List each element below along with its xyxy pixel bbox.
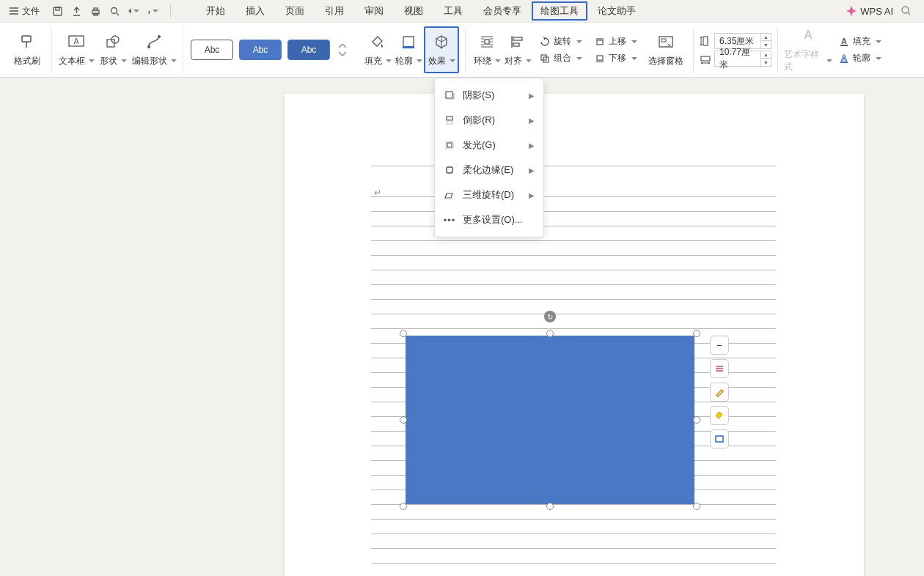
ruled-line bbox=[371, 240, 776, 241]
file-label: 文件 bbox=[22, 5, 40, 18]
move-up-button[interactable]: 上移 bbox=[591, 34, 640, 49]
dd-glow[interactable]: 发光(G) ▶ bbox=[435, 133, 543, 158]
group-insert: A 文本框 形状 编辑形状 bbox=[52, 23, 183, 77]
dd-3d-rotation[interactable]: 三维旋转(D) ▶ bbox=[435, 182, 543, 207]
dd-soft-edges[interactable]: 柔化边缘(E) ▶ bbox=[435, 158, 543, 182]
dd-glow-label: 发光(G) bbox=[463, 139, 496, 152]
dd-more-settings[interactable]: ••• 更多设置(O)... bbox=[435, 207, 543, 232]
width-input[interactable]: 10.77厘米 ▲▼ bbox=[714, 51, 771, 67]
resize-handle-tl[interactable] bbox=[400, 330, 407, 337]
format-painter-button[interactable]: 格式刷 bbox=[9, 26, 45, 73]
resize-handle-lm[interactable] bbox=[400, 416, 407, 424]
text-outline-icon: A bbox=[838, 53, 850, 64]
resize-handle-bm[interactable] bbox=[546, 503, 554, 510]
file-menu-button[interactable]: 文件 bbox=[4, 1, 44, 21]
undo-button[interactable] bbox=[128, 5, 139, 17]
width-spinner[interactable]: ▲▼ bbox=[760, 51, 771, 66]
text-fill-button[interactable]: A 填充 bbox=[835, 34, 884, 49]
art-style-button[interactable]: A 艺术字样式 bbox=[784, 26, 832, 73]
text-fill-label: 填充 bbox=[853, 35, 870, 48]
rotate-handle[interactable]: ↻ bbox=[544, 311, 556, 322]
fill-button[interactable]: 填充 bbox=[362, 26, 393, 73]
resize-handle-tr[interactable] bbox=[693, 330, 700, 337]
ruled-line bbox=[371, 211, 776, 212]
print-preview-icon[interactable] bbox=[109, 5, 120, 17]
height-spinner[interactable]: ▲▼ bbox=[760, 34, 771, 48]
side-tool-fill[interactable] bbox=[710, 406, 729, 425]
resize-handle-rm[interactable] bbox=[693, 416, 700, 424]
ruled-line bbox=[371, 328, 776, 329]
move-down-button[interactable]: 下移 bbox=[591, 51, 640, 66]
effect-icon bbox=[433, 33, 450, 51]
wrap-button[interactable]: 环绕 bbox=[472, 26, 502, 73]
style-preset-1[interactable]: Abc bbox=[191, 40, 233, 60]
effect-button[interactable]: 效果 bbox=[424, 26, 459, 73]
save-icon[interactable] bbox=[51, 5, 63, 17]
dd-shadow-label: 阴影(S) bbox=[463, 89, 494, 102]
style-preset-3[interactable]: Abc bbox=[287, 40, 330, 60]
svg-rect-22 bbox=[597, 56, 603, 60]
tab-tools[interactable]: 工具 bbox=[433, 0, 473, 22]
search-icon[interactable] bbox=[901, 5, 912, 17]
wps-ai-button[interactable]: WPS AI bbox=[846, 5, 893, 17]
size-stack: 6.35厘米 ▲▼ 10.77厘米 ▲▼ bbox=[700, 33, 771, 67]
svg-rect-14 bbox=[403, 37, 414, 47]
export-icon[interactable] bbox=[70, 5, 82, 17]
side-tool-outline[interactable] bbox=[710, 429, 729, 448]
svg-rect-18 bbox=[513, 43, 519, 46]
textbox-button[interactable]: A 文本框 bbox=[58, 26, 95, 73]
svg-rect-38 bbox=[716, 436, 723, 442]
rotate-button[interactable]: 旋转 bbox=[536, 34, 585, 49]
tab-start[interactable]: 开始 bbox=[196, 0, 235, 22]
tab-reference[interactable]: 引用 bbox=[315, 0, 354, 22]
svg-point-12 bbox=[147, 45, 150, 48]
group-button[interactable]: 组合 bbox=[536, 51, 585, 66]
shape-button[interactable]: 形状 bbox=[95, 26, 131, 73]
shape-style-gallery: Abc Abc Abc bbox=[183, 40, 356, 60]
side-tool-layout[interactable] bbox=[710, 359, 729, 378]
svg-text:A: A bbox=[74, 37, 79, 45]
style-preset-2[interactable]: Abc bbox=[239, 40, 282, 60]
ruled-line bbox=[371, 519, 776, 520]
shape-label: 形状 bbox=[100, 55, 127, 67]
effect-label: 效果 bbox=[428, 55, 455, 67]
divider bbox=[170, 4, 171, 18]
outline-button[interactable]: 轮廓 bbox=[393, 26, 424, 73]
tab-drawing-tools[interactable]: 绘图工具 bbox=[532, 1, 587, 21]
redo-button[interactable] bbox=[147, 5, 158, 17]
edit-shape-label: 编辑形状 bbox=[132, 55, 177, 67]
selection-pane-button[interactable]: 选择窗格 bbox=[645, 26, 687, 73]
text-fill-outline-stack: A 填充 A 轮廓 bbox=[835, 34, 884, 66]
resize-handle-bl[interactable] bbox=[400, 503, 407, 510]
move-down-label: 下移 bbox=[609, 52, 626, 64]
tab-member[interactable]: 会员专享 bbox=[473, 0, 532, 22]
ruled-line bbox=[371, 270, 776, 270]
svg-rect-3 bbox=[94, 8, 98, 10]
svg-text:A: A bbox=[841, 37, 847, 45]
rectangle-shape[interactable] bbox=[406, 336, 694, 504]
resize-handle-tm[interactable] bbox=[546, 330, 554, 337]
tab-view[interactable]: 视图 bbox=[394, 0, 433, 22]
group-arrange: 环绕 对齐 旋转 组合 上移 下移 bbox=[466, 23, 693, 77]
resize-handle-br[interactable] bbox=[693, 503, 700, 510]
move-up-label: 上移 bbox=[609, 35, 626, 48]
svg-rect-37 bbox=[447, 167, 452, 173]
ruled-line bbox=[371, 299, 776, 300]
print-icon[interactable] bbox=[89, 5, 101, 17]
text-outline-button[interactable]: A 轮廓 bbox=[835, 51, 884, 66]
ruled-line bbox=[371, 226, 776, 226]
side-tool-collapse[interactable]: − bbox=[710, 336, 729, 355]
tab-insert[interactable]: 插入 bbox=[235, 0, 275, 22]
chevron-right-icon: ▶ bbox=[529, 191, 535, 199]
reflection-icon bbox=[444, 114, 455, 126]
style-gallery-expand[interactable] bbox=[336, 44, 349, 56]
align-button[interactable]: 对齐 bbox=[502, 26, 533, 73]
selected-shape[interactable]: ↻ bbox=[400, 330, 700, 510]
tab-thesis[interactable]: 论文助手 bbox=[587, 0, 646, 22]
tab-review[interactable]: 审阅 bbox=[354, 0, 394, 22]
side-tool-style[interactable] bbox=[710, 383, 729, 402]
dd-shadow[interactable]: 阴影(S) ▶ bbox=[435, 83, 543, 108]
dd-reflection[interactable]: 倒影(R) ▶ bbox=[435, 108, 543, 133]
edit-shape-button[interactable]: 编辑形状 bbox=[131, 26, 177, 73]
tab-page[interactable]: 页面 bbox=[275, 0, 315, 22]
